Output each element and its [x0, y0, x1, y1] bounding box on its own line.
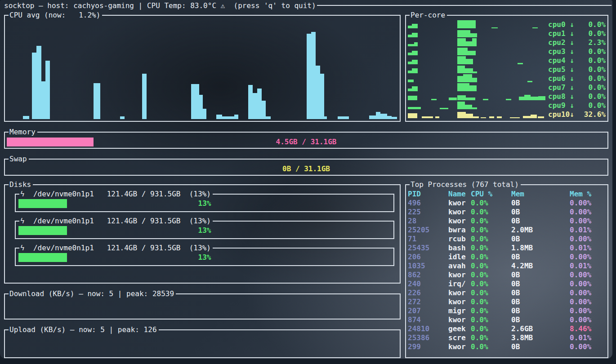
process-cpu: 0.0% — [471, 297, 511, 306]
core-label: cpu9↓0.0% — [548, 101, 606, 110]
core-bar — [489, 116, 494, 118]
core-bar — [435, 116, 440, 118]
core-bar — [472, 38, 477, 46]
disks-panel: Disks ϟ /dev/nvme0n1p1 121.4GB / 931.5GB… — [4, 180, 401, 284]
core-bar — [440, 108, 448, 109]
cpu-history-bar — [253, 93, 257, 119]
core-usage-value: 0.0% — [574, 83, 606, 92]
process-cpu: 0.0% — [471, 253, 511, 262]
process-row: 25435bash0.0%1.8MB0.01% — [408, 244, 606, 253]
cpu-history-bar — [387, 116, 392, 119]
core-bar — [457, 112, 466, 118]
process-mem-pct: 0.00% — [570, 315, 606, 324]
core-sparkline — [408, 110, 546, 119]
process-mem-pct: 0.00% — [570, 280, 606, 289]
swap-panel: Swap 0B / 31.1GB — [4, 155, 608, 176]
process-pid: 272 — [408, 297, 448, 306]
core-bar — [465, 68, 473, 73]
core-bar — [408, 71, 412, 73]
core-label: cpu7↓0.0% — [548, 83, 606, 92]
core-row: cpu2↓2.3% — [408, 38, 606, 47]
core-name: cpu9 — [548, 101, 570, 110]
core-bar — [491, 27, 498, 28]
core-sparkline — [408, 47, 546, 56]
titlebar-rule — [317, 5, 612, 6]
cpu-history-bar — [248, 85, 253, 119]
process-row: 1035avah0.0%4.2MB0.01% — [408, 262, 606, 271]
process-name: kwor — [448, 297, 471, 306]
core-row: cpu10↓32.6% — [408, 110, 606, 119]
process-mem: 0B — [511, 271, 570, 280]
core-bar — [408, 80, 414, 82]
core-bar — [524, 95, 531, 100]
core-name: cpu10 — [548, 110, 570, 119]
core-bar — [466, 59, 473, 64]
cpu-history-bar — [45, 61, 50, 119]
process-table-rows: 496kwor0.0%0B0.00%225kwor0.0%0B0.00%28kw… — [408, 199, 606, 351]
cpu-history-bar — [369, 115, 376, 119]
core-bar — [518, 63, 523, 64]
core-bar — [414, 42, 418, 46]
core-sparkline — [408, 20, 546, 29]
core-name: cpu8 — [548, 92, 570, 101]
process-row: 240irq/0.0%0B0.00% — [408, 280, 606, 289]
process-column-header: Mem % — [570, 190, 606, 199]
core-usage-value: 0.0% — [574, 20, 606, 29]
process-mem: 3.8MB — [511, 333, 570, 342]
cpu-history-bar — [380, 114, 387, 119]
process-mem-pct: 0.00% — [570, 297, 606, 306]
core-row: cpu6↓0.0% — [408, 74, 606, 83]
core-bar — [457, 20, 476, 28]
core-bar — [519, 97, 524, 100]
process-mem: 1.8MB — [511, 244, 570, 253]
process-mem: 0B — [511, 199, 570, 208]
cpu-history-bar — [41, 81, 45, 119]
core-label: cpu0↓0.0% — [548, 20, 606, 29]
process-mem-pct: 0.01% — [570, 262, 606, 271]
process-mem-pct: 0.00% — [570, 208, 606, 217]
cpu-history-bar — [311, 32, 316, 119]
processes-title: Top Processes (767 total) — [410, 180, 521, 189]
core-trend-down-icon: ↓ — [570, 65, 574, 74]
process-mem: 2.0MB — [511, 226, 570, 235]
core-label: cpu3↓0.0% — [548, 47, 606, 56]
core-label: cpu8↓0.0% — [548, 92, 606, 101]
cpu-history-bar — [120, 116, 125, 119]
process-cpu: 0.0% — [471, 333, 511, 342]
process-cpu: 0.0% — [471, 324, 511, 333]
disk-item-info: /dev/nvme0n1p1 121.4GB / 931.5GB (13%) — [25, 244, 211, 252]
process-row: 225kwor0.0%0B0.00% — [408, 208, 606, 217]
core-name: cpu6 — [548, 74, 570, 83]
process-column-header: Mem — [511, 190, 570, 199]
core-bar — [457, 48, 468, 55]
core-row: cpu3↓0.0% — [408, 47, 606, 56]
process-mem-pct: 0.01% — [570, 226, 606, 235]
process-mem-pct: 0.01% — [570, 244, 606, 253]
memory-title: Memory — [9, 128, 37, 136]
core-bar — [412, 86, 418, 91]
swap-title: Swap — [9, 155, 29, 163]
cpu-history-bar — [199, 95, 203, 119]
process-cpu: 0.0% — [471, 235, 511, 244]
core-usage-value: 2.3% — [574, 38, 606, 47]
process-pid: 25435 — [408, 244, 448, 253]
process-pid: 1035 — [408, 262, 448, 271]
process-pid: 25386 — [408, 333, 448, 342]
core-bar — [497, 116, 502, 118]
process-mem: 0B — [511, 289, 570, 297]
per-core-title: Per-core — [410, 11, 447, 19]
cpu-history-bar — [392, 117, 397, 119]
process-mem-pct: 0.00% — [570, 342, 606, 351]
core-label: cpu5↓0.0% — [548, 65, 606, 74]
process-cpu: 0.0% — [471, 315, 511, 324]
cpu-history-bar — [216, 115, 222, 119]
core-bar — [468, 51, 476, 55]
process-cpu: 0.0% — [471, 289, 511, 297]
core-sparkline — [408, 92, 546, 101]
swap-gauge-label: 0B / 31.1GB — [7, 164, 606, 173]
cpu-history-bar — [94, 83, 100, 119]
process-name: geek — [448, 324, 471, 333]
cpu-history-bar — [338, 116, 349, 119]
core-bar — [412, 51, 418, 55]
core-row: cpu9↓0.0% — [408, 101, 606, 110]
